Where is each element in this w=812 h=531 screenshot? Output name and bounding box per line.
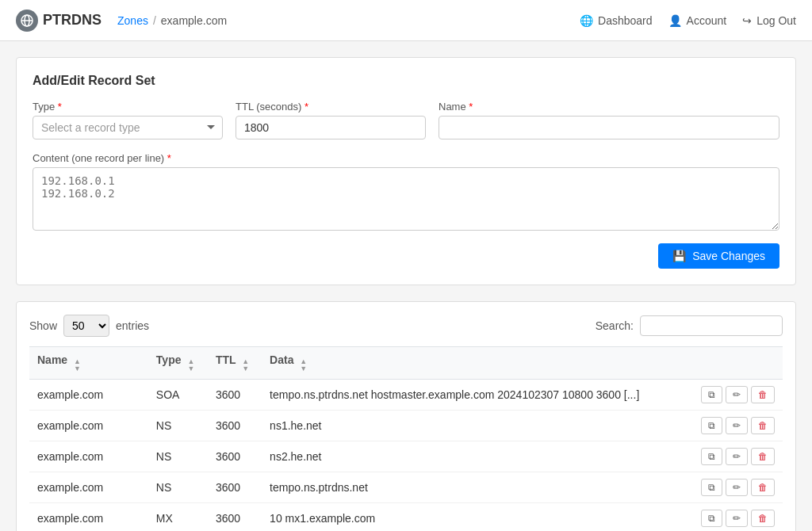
navbar: PTRDNS Zones / example.com 🌐 Dashboard 👤… [0,0,812,41]
delete-button-2[interactable]: 🗑 [751,448,775,465]
save-button[interactable]: 💾 Save Changes [658,243,779,269]
type-group: Type * Select a record type A AAAA CNAME… [33,101,223,139]
breadcrumb-current: example.com [161,14,227,27]
breadcrumb-separator: / [153,14,156,27]
table-row: example.com MX 3600 10 mx1.example.com ⧉… [29,503,783,532]
ttl-group: TTL (seconds) * [236,101,426,139]
cell-type-1: NS [148,411,208,441]
sort-arrows-ttl: ▲▼ [242,358,249,372]
content-label: Content (one record per line) * [33,152,779,164]
copy-button-3[interactable]: ⧉ [701,479,722,496]
user-icon: 👤 [668,14,682,27]
logout-label: Log Out [756,14,796,27]
account-link[interactable]: 👤 Account [668,14,727,27]
account-label: Account [687,14,727,27]
col-data[interactable]: Data ▲▼ [262,347,684,380]
logo-icon [16,10,38,32]
ttl-input[interactable] [236,116,426,139]
navbar-right: 🌐 Dashboard 👤 Account ↪ Log Out [580,14,796,27]
logout-icon: ↪ [742,14,752,27]
copy-button-2[interactable]: ⧉ [701,448,722,465]
form-card: Add/Edit Record Set Type * Select a reco… [16,57,796,285]
cell-actions-0: ⧉ ✏ 🗑 [684,380,783,411]
delete-button-4[interactable]: 🗑 [751,510,775,527]
entries-label: entries [116,319,149,332]
type-select[interactable]: Select a record type A AAAA CNAME MX NS … [33,116,223,139]
sort-arrows-name: ▲▼ [74,358,81,372]
sort-arrows-data: ▲▼ [300,358,307,372]
name-input[interactable] [439,116,779,139]
cell-ttl-4: 3600 [208,503,262,532]
cell-ttl-1: 3600 [208,411,262,441]
cell-ttl-0: 3600 [208,380,262,411]
search-label: Search: [596,319,634,332]
table-controls: Show 10 25 50 100 entries Search: [29,315,783,337]
cell-ttl-2: 3600 [208,441,262,472]
copy-button-0[interactable]: ⧉ [701,386,722,403]
cell-ttl-3: 3600 [208,472,262,503]
cell-type-3: NS [148,472,208,503]
edit-button-1[interactable]: ✏ [726,417,748,434]
sort-arrows-type: ▲▼ [187,358,194,372]
cell-name-2: example.com [29,441,148,472]
content-textarea[interactable] [33,167,779,231]
delete-button-1[interactable]: 🗑 [751,417,775,434]
cell-data-2: ns2.he.net [262,441,684,472]
cell-name-4: example.com [29,503,148,532]
cell-data-4: 10 mx1.example.com [262,503,684,532]
col-type[interactable]: Type ▲▼ [148,347,208,380]
entries-select[interactable]: 10 25 50 100 [63,315,109,337]
edit-button-3[interactable]: ✏ [726,479,748,496]
type-label: Type * [33,101,223,113]
breadcrumb-zones-link[interactable]: Zones [117,14,148,27]
breadcrumb: Zones / example.com [117,14,227,27]
edit-button-2[interactable]: ✏ [726,448,748,465]
cell-data-1: ns1.he.net [262,411,684,441]
cell-name-1: example.com [29,411,148,441]
table-section: Show 10 25 50 100 entries Search: Name [16,301,796,531]
table-body: example.com SOA 3600 tempo.ns.ptrdns.net… [29,380,783,532]
delete-button-0[interactable]: 🗑 [751,386,775,403]
show-entries: Show 10 25 50 100 entries [29,315,149,337]
cell-actions-3: ⧉ ✏ 🗑 [684,472,783,503]
name-group: Name * [439,101,779,139]
copy-button-1[interactable]: ⧉ [701,417,722,434]
search-control: Search: [596,315,783,336]
data-table: Name ▲▼ Type ▲▼ TTL ▲▼ Data ▲▼ [29,346,783,531]
brand: PTRDNS [16,10,102,32]
cell-data-0: tempo.ns.ptrdns.net hostmaster.example.c… [262,380,684,411]
show-label: Show [29,319,57,332]
cell-data-3: tempo.ns.ptrdns.net [262,472,684,503]
form-row-1: Type * Select a record type A AAAA CNAME… [33,101,779,139]
save-icon: 💾 [672,250,686,262]
table-row: example.com NS 3600 ns1.he.net ⧉ ✏ 🗑 [29,411,783,441]
logout-link[interactable]: ↪ Log Out [742,14,796,27]
name-label: Name * [439,101,779,113]
table-row: example.com NS 3600 tempo.ns.ptrdns.net … [29,472,783,503]
content-group: Content (one record per line) * [33,152,779,231]
delete-button-3[interactable]: 🗑 [751,479,775,496]
globe-icon: 🌐 [580,14,593,27]
edit-button-4[interactable]: ✏ [726,510,748,527]
save-label: Save Changes [692,250,765,262]
cell-actions-2: ⧉ ✏ 🗑 [684,441,783,472]
copy-button-4[interactable]: ⧉ [701,510,722,527]
cell-actions-4: ⧉ ✏ 🗑 [684,503,783,532]
table-row: example.com SOA 3600 tempo.ns.ptrdns.net… [29,380,783,411]
cell-type-2: NS [148,441,208,472]
cell-name-3: example.com [29,472,148,503]
col-ttl[interactable]: TTL ▲▼ [208,347,262,380]
edit-button-0[interactable]: ✏ [726,386,748,403]
col-name[interactable]: Name ▲▼ [29,347,148,380]
table-header-row: Name ▲▼ Type ▲▼ TTL ▲▼ Data ▲▼ [29,347,783,380]
cell-type-4: MX [148,503,208,532]
cell-name-0: example.com [29,380,148,411]
dashboard-label: Dashboard [598,14,653,27]
main-content: Add/Edit Record Set Type * Select a reco… [0,41,812,531]
brand-name: PTRDNS [43,12,102,29]
cell-actions-1: ⧉ ✏ 🗑 [684,411,783,441]
table-row: example.com NS 3600 ns2.he.net ⧉ ✏ 🗑 [29,441,783,472]
dashboard-link[interactable]: 🌐 Dashboard [580,14,653,27]
search-input[interactable] [640,315,783,336]
form-title: Add/Edit Record Set [33,74,779,88]
